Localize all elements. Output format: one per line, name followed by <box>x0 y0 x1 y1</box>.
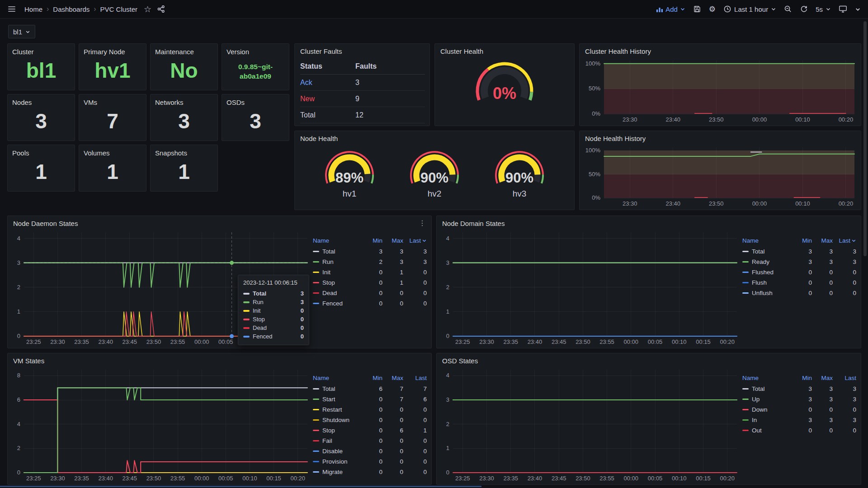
legend-col-last[interactable]: Last <box>403 375 427 381</box>
legend-series-toggle[interactable]: Start <box>313 396 362 403</box>
legend-series-toggle[interactable]: Total <box>742 385 791 392</box>
panel-title[interactable]: Version <box>222 44 289 56</box>
breadcrumb-dashboards[interactable]: Dashboards <box>53 5 90 13</box>
panel-title[interactable]: Primary Node <box>79 44 146 56</box>
column-faults[interactable]: Faults <box>355 62 425 70</box>
legend-series-toggle[interactable]: Fail <box>313 437 362 444</box>
legend-series-toggle[interactable]: Flushed <box>742 269 791 276</box>
chevron-down-icon[interactable] <box>855 6 861 12</box>
panel-title[interactable]: OSDs <box>222 94 289 106</box>
panel-title[interactable]: Node Health <box>295 131 574 145</box>
variable-dropdown[interactable]: bl1 <box>8 25 35 38</box>
legend-col-name[interactable]: Name <box>313 375 362 381</box>
monitor-icon[interactable] <box>839 5 847 13</box>
fault-status-link[interactable]: Total <box>300 111 355 119</box>
legend-series-toggle[interactable]: Stop <box>313 427 362 434</box>
panel-title[interactable]: Cluster Health History <box>580 44 861 57</box>
legend-series-toggle[interactable]: Up <box>742 396 791 403</box>
node-domain-states-chart[interactable]: 0123423:2523:3023:3523:4023:4523:5023:55… <box>440 230 740 346</box>
panel-title[interactable]: Node Health History <box>580 131 861 145</box>
legend-col-min[interactable]: Min <box>362 375 382 381</box>
fault-status-link[interactable]: New <box>300 95 355 103</box>
legend-col-max[interactable]: Max <box>812 375 833 381</box>
legend-series-toggle[interactable]: In <box>742 417 791 423</box>
legend-col-name[interactable]: Name <box>313 237 362 244</box>
legend-series-toggle[interactable]: Unflush <box>742 290 791 296</box>
legend-series-toggle[interactable]: Flush <box>742 279 791 286</box>
zoom-out-icon[interactable] <box>784 5 792 13</box>
panel-title[interactable]: Pools <box>8 145 75 157</box>
osd-states-chart[interactable]: 0123423:2523:3023:3523:4023:4523:5023:55… <box>440 367 740 483</box>
legend-series-toggle[interactable]: Run <box>313 258 362 265</box>
share-icon[interactable] <box>157 5 165 13</box>
breadcrumb-current[interactable]: PVC Cluster <box>100 5 138 13</box>
panel-menu-icon[interactable]: ⋮ <box>419 220 426 227</box>
favorite-star-icon[interactable]: ☆ <box>144 5 151 14</box>
stat-value: 0.9.85~git-ab0a1e09 <box>228 56 283 90</box>
legend-series-toggle[interactable]: Migrate <box>313 469 362 475</box>
legend-col-min[interactable]: Min <box>791 237 812 244</box>
panel-title[interactable]: Cluster Health <box>435 44 574 57</box>
vertical-scrollbar[interactable] <box>863 21 867 256</box>
legend-series-toggle[interactable]: Provision <box>313 458 362 465</box>
legend-series-toggle[interactable]: Disable <box>313 448 362 455</box>
time-range-picker[interactable]: Last 1 hour <box>723 5 776 13</box>
legend-series-toggle[interactable]: Dead <box>313 290 362 296</box>
save-dashboard-icon[interactable] <box>693 5 701 13</box>
settings-gear-icon[interactable]: ⚙ <box>709 5 716 13</box>
node-daemon-states-chart[interactable]: 0123423:2523:3023:3523:4023:4523:5023:55… <box>11 230 310 346</box>
refresh-icon[interactable] <box>800 5 808 13</box>
legend-col-min[interactable]: Min <box>791 375 812 381</box>
legend-series-toggle[interactable]: Stop <box>313 279 362 286</box>
series-swatch <box>313 450 319 452</box>
cluster-health-history-chart[interactable]: 0%50%100%23:3023:4023:5000:0000:1000:20 <box>583 57 857 124</box>
panel-cluster-faults: Cluster Faults Status Faults Ack 3 New 9 <box>294 43 430 126</box>
legend-series-toggle[interactable]: Down <box>742 406 791 413</box>
legend-col-min[interactable]: Min <box>362 237 382 244</box>
node-health-history-chart[interactable]: 0%50%100%23:3023:4023:5000:0000:1000:20 <box>583 145 857 208</box>
panel-title[interactable]: Volumes <box>79 145 146 157</box>
legend-col-last[interactable]: Last <box>403 237 427 244</box>
panel-title[interactable]: Node Daemon States <box>13 220 78 227</box>
panel-title[interactable]: VM States <box>8 353 431 367</box>
panel-title[interactable]: VMs <box>79 94 146 106</box>
legend-col-name[interactable]: Name <box>742 375 791 381</box>
svg-text:23:50: 23:50 <box>709 116 724 123</box>
breadcrumb-home[interactable]: Home <box>24 5 42 13</box>
svg-text:00:00: 00:00 <box>194 475 209 482</box>
refresh-interval-dropdown[interactable]: 5s <box>816 5 831 13</box>
legend-series-toggle[interactable]: Total <box>742 248 791 255</box>
legend-series-toggle[interactable]: Total <box>313 385 362 392</box>
legend-col-max[interactable]: Max <box>382 237 403 244</box>
panel-title[interactable]: Cluster <box>8 44 75 56</box>
panel-title[interactable]: Nodes <box>8 94 75 106</box>
svg-text:23:55: 23:55 <box>170 338 185 345</box>
series-swatch <box>313 430 319 431</box>
panel-title[interactable]: Cluster Faults <box>295 44 429 57</box>
panel-title[interactable]: OSD States <box>437 353 861 367</box>
vm-states-chart[interactable]: 0246823:2523:3023:3523:4023:4523:5023:55… <box>11 367 310 483</box>
fault-status-link[interactable]: Ack <box>300 79 355 87</box>
panel-title[interactable]: Networks <box>151 94 217 106</box>
panel-title[interactable]: Maintenance <box>151 44 217 56</box>
panel-title[interactable]: Node Domain States <box>437 216 861 230</box>
add-panel-button[interactable]: Add <box>656 5 685 13</box>
legend-series-toggle[interactable]: Shutdown <box>313 417 362 423</box>
legend-series-toggle[interactable]: Fenced <box>313 300 362 307</box>
breadcrumb-separator: › <box>94 5 96 13</box>
legend-row: Restart 0 0 0 <box>313 404 427 415</box>
bottom-scroll-indicator[interactable] <box>0 486 481 487</box>
legend-series-toggle[interactable]: Total <box>313 248 362 255</box>
legend-col-max[interactable]: Max <box>382 375 403 381</box>
panel-title[interactable]: Snapshots <box>151 145 217 157</box>
column-status[interactable]: Status <box>300 62 355 70</box>
legend-col-name[interactable]: Name <box>742 237 791 244</box>
legend-col-max[interactable]: Max <box>812 237 833 244</box>
legend-col-last[interactable]: Last <box>833 375 856 381</box>
legend-col-last[interactable]: Last <box>833 237 856 244</box>
legend-series-toggle[interactable]: Init <box>313 269 362 276</box>
legend-series-toggle[interactable]: Restart <box>313 406 362 413</box>
legend-series-toggle[interactable]: Out <box>742 427 791 434</box>
legend-series-toggle[interactable]: Ready <box>742 258 791 265</box>
hamburger-menu-icon[interactable] <box>7 5 16 14</box>
